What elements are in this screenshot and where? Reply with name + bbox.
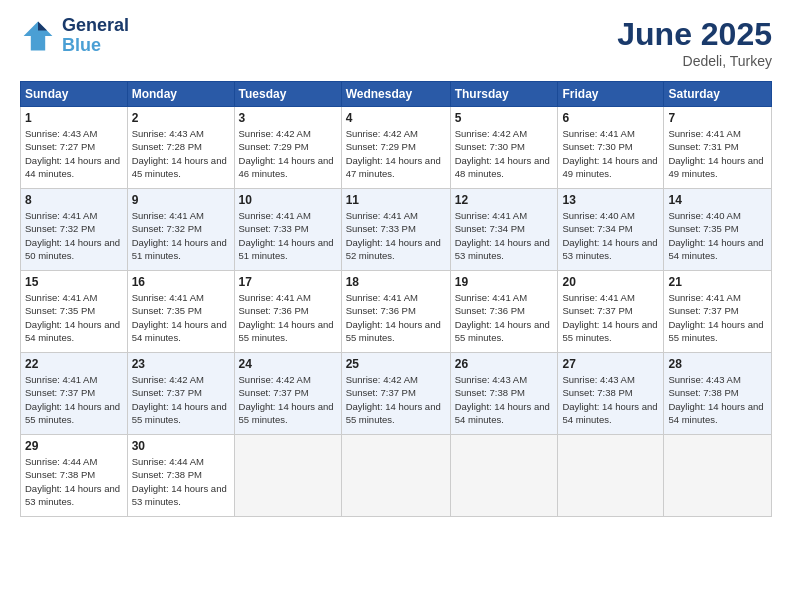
table-row: 25Sunrise: 4:42 AMSunset: 7:37 PMDayligh… [341,353,450,435]
day-info: Sunrise: 4:42 AMSunset: 7:30 PMDaylight:… [455,127,554,180]
table-row: 16Sunrise: 4:41 AMSunset: 7:35 PMDayligh… [127,271,234,353]
table-row: 8Sunrise: 4:41 AMSunset: 7:32 PMDaylight… [21,189,128,271]
col-thursday: Thursday [450,82,558,107]
day-info: Sunrise: 4:43 AMSunset: 7:27 PMDaylight:… [25,127,123,180]
day-number: 9 [132,193,230,207]
day-info: Sunrise: 4:42 AMSunset: 7:29 PMDaylight:… [346,127,446,180]
day-number: 20 [562,275,659,289]
day-info: Sunrise: 4:43 AMSunset: 7:38 PMDaylight:… [455,373,554,426]
col-friday: Friday [558,82,664,107]
col-saturday: Saturday [664,82,772,107]
col-tuesday: Tuesday [234,82,341,107]
day-info: Sunrise: 4:42 AMSunset: 7:37 PMDaylight:… [346,373,446,426]
table-row: 30Sunrise: 4:44 AMSunset: 7:38 PMDayligh… [127,435,234,517]
table-row: 6Sunrise: 4:41 AMSunset: 7:30 PMDaylight… [558,107,664,189]
logo-text: General Blue [62,16,129,56]
day-info: Sunrise: 4:41 AMSunset: 7:37 PMDaylight:… [668,291,767,344]
day-info: Sunrise: 4:41 AMSunset: 7:30 PMDaylight:… [562,127,659,180]
title-section: June 2025 Dedeli, Turkey [617,16,772,69]
main-title: June 2025 [617,16,772,53]
svg-marker-1 [38,21,47,30]
col-sunday: Sunday [21,82,128,107]
day-number: 5 [455,111,554,125]
calendar-header-row: Sunday Monday Tuesday Wednesday Thursday… [21,82,772,107]
day-number: 26 [455,357,554,371]
table-row: 29Sunrise: 4:44 AMSunset: 7:38 PMDayligh… [21,435,128,517]
calendar-week-row: 8Sunrise: 4:41 AMSunset: 7:32 PMDaylight… [21,189,772,271]
day-info: Sunrise: 4:41 AMSunset: 7:36 PMDaylight:… [346,291,446,344]
table-row [664,435,772,517]
table-row: 5Sunrise: 4:42 AMSunset: 7:30 PMDaylight… [450,107,558,189]
day-number: 28 [668,357,767,371]
table-row: 11Sunrise: 4:41 AMSunset: 7:33 PMDayligh… [341,189,450,271]
day-info: Sunrise: 4:41 AMSunset: 7:33 PMDaylight:… [239,209,337,262]
day-info: Sunrise: 4:41 AMSunset: 7:37 PMDaylight:… [562,291,659,344]
table-row: 17Sunrise: 4:41 AMSunset: 7:36 PMDayligh… [234,271,341,353]
table-row: 20Sunrise: 4:41 AMSunset: 7:37 PMDayligh… [558,271,664,353]
table-row: 9Sunrise: 4:41 AMSunset: 7:32 PMDaylight… [127,189,234,271]
day-number: 2 [132,111,230,125]
day-number: 21 [668,275,767,289]
col-wednesday: Wednesday [341,82,450,107]
day-info: Sunrise: 4:41 AMSunset: 7:36 PMDaylight:… [455,291,554,344]
day-info: Sunrise: 4:41 AMSunset: 7:31 PMDaylight:… [668,127,767,180]
page: General Blue June 2025 Dedeli, Turkey Su… [0,0,792,612]
day-info: Sunrise: 4:43 AMSunset: 7:38 PMDaylight:… [562,373,659,426]
table-row: 15Sunrise: 4:41 AMSunset: 7:35 PMDayligh… [21,271,128,353]
day-info: Sunrise: 4:42 AMSunset: 7:29 PMDaylight:… [239,127,337,180]
day-number: 23 [132,357,230,371]
table-row: 27Sunrise: 4:43 AMSunset: 7:38 PMDayligh… [558,353,664,435]
logo-icon [20,18,56,54]
day-number: 6 [562,111,659,125]
day-info: Sunrise: 4:42 AMSunset: 7:37 PMDaylight:… [132,373,230,426]
day-number: 16 [132,275,230,289]
calendar-week-row: 15Sunrise: 4:41 AMSunset: 7:35 PMDayligh… [21,271,772,353]
day-number: 27 [562,357,659,371]
table-row [558,435,664,517]
table-row: 23Sunrise: 4:42 AMSunset: 7:37 PMDayligh… [127,353,234,435]
table-row: 21Sunrise: 4:41 AMSunset: 7:37 PMDayligh… [664,271,772,353]
day-info: Sunrise: 4:40 AMSunset: 7:34 PMDaylight:… [562,209,659,262]
day-info: Sunrise: 4:41 AMSunset: 7:32 PMDaylight:… [25,209,123,262]
day-number: 13 [562,193,659,207]
table-row: 2Sunrise: 4:43 AMSunset: 7:28 PMDaylight… [127,107,234,189]
day-number: 29 [25,439,123,453]
day-number: 14 [668,193,767,207]
table-row: 26Sunrise: 4:43 AMSunset: 7:38 PMDayligh… [450,353,558,435]
table-row: 13Sunrise: 4:40 AMSunset: 7:34 PMDayligh… [558,189,664,271]
day-info: Sunrise: 4:41 AMSunset: 7:35 PMDaylight:… [25,291,123,344]
day-info: Sunrise: 4:43 AMSunset: 7:28 PMDaylight:… [132,127,230,180]
calendar-week-row: 1Sunrise: 4:43 AMSunset: 7:27 PMDaylight… [21,107,772,189]
header: General Blue June 2025 Dedeli, Turkey [20,16,772,69]
table-row: 14Sunrise: 4:40 AMSunset: 7:35 PMDayligh… [664,189,772,271]
logo: General Blue [20,16,129,56]
day-number: 3 [239,111,337,125]
day-number: 18 [346,275,446,289]
table-row: 18Sunrise: 4:41 AMSunset: 7:36 PMDayligh… [341,271,450,353]
day-number: 10 [239,193,337,207]
day-info: Sunrise: 4:41 AMSunset: 7:37 PMDaylight:… [25,373,123,426]
day-number: 17 [239,275,337,289]
day-number: 30 [132,439,230,453]
table-row: 3Sunrise: 4:42 AMSunset: 7:29 PMDaylight… [234,107,341,189]
col-monday: Monday [127,82,234,107]
table-row: 19Sunrise: 4:41 AMSunset: 7:36 PMDayligh… [450,271,558,353]
day-number: 7 [668,111,767,125]
day-info: Sunrise: 4:41 AMSunset: 7:36 PMDaylight:… [239,291,337,344]
day-number: 22 [25,357,123,371]
day-info: Sunrise: 4:42 AMSunset: 7:37 PMDaylight:… [239,373,337,426]
table-row [234,435,341,517]
day-number: 1 [25,111,123,125]
day-number: 12 [455,193,554,207]
day-number: 25 [346,357,446,371]
day-number: 8 [25,193,123,207]
calendar-week-row: 29Sunrise: 4:44 AMSunset: 7:38 PMDayligh… [21,435,772,517]
day-info: Sunrise: 4:43 AMSunset: 7:38 PMDaylight:… [668,373,767,426]
day-number: 19 [455,275,554,289]
day-number: 24 [239,357,337,371]
day-info: Sunrise: 4:41 AMSunset: 7:32 PMDaylight:… [132,209,230,262]
table-row: 24Sunrise: 4:42 AMSunset: 7:37 PMDayligh… [234,353,341,435]
table-row: 7Sunrise: 4:41 AMSunset: 7:31 PMDaylight… [664,107,772,189]
day-number: 11 [346,193,446,207]
table-row: 4Sunrise: 4:42 AMSunset: 7:29 PMDaylight… [341,107,450,189]
